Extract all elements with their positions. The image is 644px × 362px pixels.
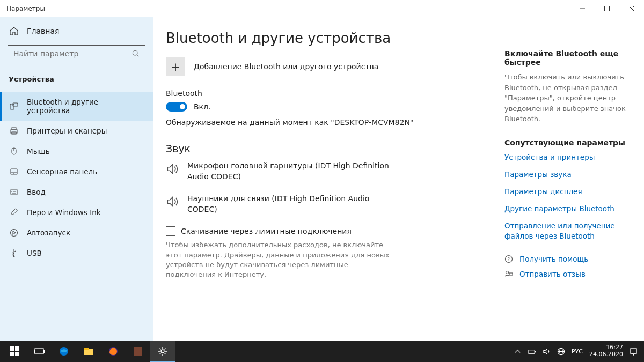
sidebar-item-label: USB <box>27 249 42 257</box>
sidebar-item-usb[interactable]: USB <box>0 243 153 263</box>
svg-point-4 <box>133 50 137 55</box>
search-icon <box>132 50 140 57</box>
svg-rect-1 <box>605 6 610 11</box>
page-title: Bluetooth и другие устройства <box>166 30 488 46</box>
notifications-icon[interactable] <box>630 348 638 356</box>
search-field[interactable] <box>13 49 132 58</box>
mouse-icon <box>10 147 18 156</box>
home-label: Главная <box>27 27 59 35</box>
sidebar-item-label: Bluetooth и другие устройства <box>27 98 143 115</box>
sidebar-item-printers[interactable]: Принтеры и сканеры <box>0 121 153 141</box>
autoplay-icon <box>10 228 18 237</box>
printer-icon <box>10 127 18 135</box>
toggle-state: Вкл. <box>194 102 210 111</box>
bluetooth-icon <box>10 102 18 110</box>
taskbar: РУС 16:27 24.06.2020 <box>0 341 644 362</box>
add-device-button[interactable]: + Добавление Bluetooth или другого устро… <box>166 57 488 76</box>
related-link-sound[interactable]: Параметры звука <box>504 169 632 179</box>
sidebar-item-label: Автозапуск <box>27 228 70 237</box>
app-icon[interactable] <box>126 341 150 362</box>
keyboard-icon <box>10 188 18 196</box>
device-item[interactable]: Наушники для связи (IDT High Definition … <box>166 194 391 215</box>
svg-rect-39 <box>134 347 142 356</box>
device-label: Микрофон головной гарнитуры (IDT High De… <box>187 161 391 182</box>
svg-rect-42 <box>535 351 536 352</box>
tip-title: Включайте Bluetooth еще быстрее <box>504 49 632 67</box>
start-button[interactable] <box>2 341 27 362</box>
feedback-link[interactable]: Отправить отзыв <box>519 270 586 278</box>
language-indicator[interactable]: РУС <box>572 348 583 355</box>
window-title: Параметры <box>6 5 45 12</box>
home-nav[interactable]: Главная <box>0 21 153 41</box>
svg-rect-7 <box>13 103 18 106</box>
add-device-label: Добавление Bluetooth или другого устройс… <box>194 62 378 71</box>
related-title: Сопутствующие параметры <box>504 138 632 147</box>
speaker-icon <box>166 162 180 178</box>
battery-icon[interactable] <box>528 348 536 356</box>
sidebar-item-pen[interactable]: Перо и Windows Ink <box>0 202 153 223</box>
help-link[interactable]: Получить помощь <box>519 255 588 263</box>
tray-chevron-icon[interactable] <box>514 348 522 356</box>
related-link-devices-printers[interactable]: Устройства и принтеры <box>504 152 632 162</box>
home-icon <box>10 27 18 35</box>
device-label: Наушники для связи (IDT High Definition … <box>187 194 391 215</box>
svg-rect-27 <box>509 273 513 275</box>
settings-taskbar-icon[interactable] <box>150 341 175 362</box>
svg-rect-6 <box>10 104 14 109</box>
firefox-icon[interactable] <box>101 341 126 362</box>
svg-text:?: ? <box>508 256 510 262</box>
related-link-display[interactable]: Параметры дисплея <box>504 187 632 196</box>
clock[interactable]: 16:27 24.06.2020 <box>589 344 623 358</box>
taskview-button[interactable] <box>27 341 52 362</box>
sidebar-item-bluetooth[interactable]: Bluetooth и другие устройства <box>0 92 153 121</box>
system-tray: РУС 16:27 24.06.2020 <box>514 344 642 358</box>
close-button[interactable] <box>619 0 644 17</box>
related-link-more-bt[interactable]: Другие параметры Bluetooth <box>504 204 632 213</box>
metered-checkbox[interactable] <box>166 226 175 236</box>
svg-rect-29 <box>15 346 19 351</box>
related-link-bt-files[interactable]: Отправление или получение файлов через B… <box>504 221 632 240</box>
sidebar-item-touchpad[interactable]: Сенсорная панель <box>0 161 153 182</box>
sidebar-item-mouse[interactable]: Мышь <box>0 141 153 161</box>
svg-point-40 <box>161 350 164 353</box>
sidebar-item-label: Перо и Windows Ink <box>27 208 101 217</box>
sidebar-item-typing[interactable]: Ввод <box>0 182 153 202</box>
search-input[interactable] <box>8 45 145 62</box>
sidebar-item-autoplay[interactable]: Автозапуск <box>0 223 153 243</box>
speaker-icon <box>166 195 180 211</box>
edge-icon[interactable] <box>52 341 76 362</box>
audio-section-title: Звук <box>166 143 488 154</box>
svg-rect-31 <box>15 352 19 356</box>
svg-point-21 <box>11 230 18 237</box>
bluetooth-toggle[interactable] <box>166 102 187 112</box>
svg-rect-16 <box>10 190 18 194</box>
volume-icon[interactable] <box>543 348 551 356</box>
svg-rect-37 <box>84 348 89 350</box>
metered-label: Скачивание через лимитные подключения <box>181 227 352 235</box>
category-label: Устройства <box>0 70 153 88</box>
svg-point-23 <box>13 256 15 257</box>
usb-icon <box>10 249 18 257</box>
bluetooth-label: Bluetooth <box>166 89 488 98</box>
sidebar-item-label: Сенсорная панель <box>27 167 97 176</box>
sidebar: Главная Устройства Bluetooth и другие ус… <box>0 17 153 341</box>
pen-icon <box>10 208 18 217</box>
give-feedback[interactable]: Отправить отзыв <box>504 270 632 278</box>
sidebar-item-label: Ввод <box>27 188 46 196</box>
date: 24.06.2020 <box>589 351 623 358</box>
minimize-button[interactable] <box>570 0 595 17</box>
explorer-icon[interactable] <box>76 341 101 362</box>
plus-icon: + <box>166 57 185 76</box>
svg-point-26 <box>506 271 509 274</box>
titlebar: Параметры <box>0 0 644 17</box>
get-help[interactable]: ? Получить помощь <box>504 255 632 263</box>
maximize-button[interactable] <box>595 0 619 17</box>
svg-rect-46 <box>631 348 636 353</box>
network-icon[interactable] <box>557 348 565 356</box>
sidebar-item-label: Мышь <box>27 147 50 156</box>
svg-rect-33 <box>34 350 35 353</box>
sidebar-item-label: Принтеры и сканеры <box>27 127 107 135</box>
svg-rect-32 <box>35 349 43 354</box>
device-item[interactable]: Микрофон головной гарнитуры (IDT High De… <box>166 161 391 182</box>
svg-rect-34 <box>43 350 45 353</box>
